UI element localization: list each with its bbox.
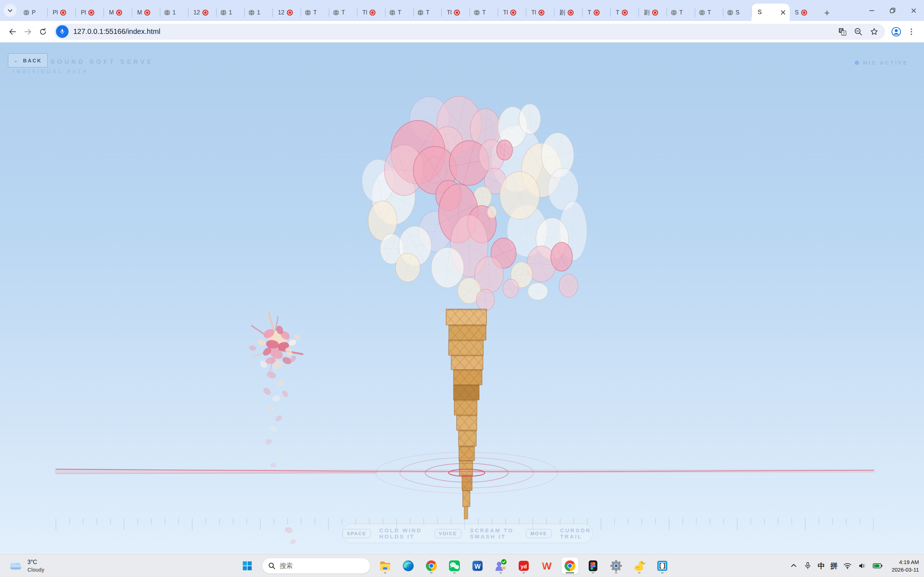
site-mic-permission-indicator[interactable] — [56, 25, 69, 38]
hint-key-badge: MOVE — [526, 529, 551, 538]
taskbar-app-chrome[interactable] — [423, 558, 439, 574]
chrome-icon — [563, 559, 577, 573]
globe-favicon-icon — [220, 9, 227, 16]
taskbar-app-chrome-active[interactable] — [562, 558, 578, 574]
mic-active-status: MIC ACTIVE — [855, 60, 908, 66]
translate-icon[interactable]: G文 — [838, 27, 847, 36]
browser-tab[interactable]: 剧 — [554, 4, 583, 21]
battery-status-button[interactable] — [872, 561, 883, 571]
volume-button[interactable] — [858, 561, 867, 571]
windows-logo-icon — [241, 559, 254, 573]
window-controls — [861, 0, 924, 21]
browser-tab[interactable]: 12 — [188, 4, 216, 21]
window-minimize-button[interactable] — [861, 0, 882, 21]
tab-close-icon[interactable] — [781, 10, 785, 15]
tray-microphone-button[interactable] — [803, 561, 812, 570]
weather-condition: Cloudy — [27, 566, 44, 574]
taskbar-app-wps[interactable]: W — [538, 558, 555, 574]
taskbar-app-file-explorer[interactable] — [377, 558, 393, 574]
taskbar-app-figma[interactable] — [585, 558, 601, 574]
browser-tab[interactable]: T — [386, 4, 414, 21]
browser-tab[interactable]: 12 — [273, 4, 301, 21]
record-favicon-icon — [621, 9, 628, 16]
zoom-out-icon[interactable] — [854, 27, 863, 36]
soft-serve-3d-scene-canvas[interactable] — [0, 43, 924, 554]
windows-taskbar: 3°C Cloudy 搜索 WJYydW 中 — [0, 554, 924, 577]
back-button-label: BACK — [23, 58, 42, 63]
taskbar-app-youdao[interactable]: yd — [515, 558, 532, 574]
back-arrow-icon: ← — [14, 58, 20, 63]
profile-avatar-button[interactable] — [888, 24, 904, 39]
url-text[interactable]: 127.0.0.1:55166/index.html — [73, 27, 838, 36]
weather-widget[interactable]: 3°C Cloudy — [8, 556, 44, 575]
browser-tab[interactable]: T — [695, 4, 723, 21]
browser-tab[interactable]: T — [414, 4, 442, 21]
browser-tab[interactable]: T — [611, 4, 639, 21]
new-tab-button[interactable]: + — [821, 6, 833, 19]
window-restore-button[interactable] — [882, 0, 903, 21]
window-close-button[interactable] — [903, 0, 924, 21]
chevron-down-icon — [7, 8, 13, 13]
reload-button[interactable] — [36, 24, 50, 39]
browser-tab[interactable]: T — [329, 4, 357, 21]
browser-tab-active[interactable]: S — [751, 3, 790, 21]
browser-tab[interactable]: P — [19, 4, 48, 21]
browser-tab[interactable]: M — [104, 4, 132, 21]
bookmark-star-icon[interactable] — [870, 27, 879, 36]
start-button[interactable] — [239, 558, 255, 574]
browser-tab[interactable]: 剧 — [639, 4, 667, 21]
browser-tab[interactable]: 1 — [245, 4, 273, 21]
forward-nav-button[interactable] — [20, 24, 36, 39]
taskbar-app-teams[interactable]: JY — [492, 558, 509, 574]
browser-tab[interactable]: Tl — [498, 4, 526, 21]
back-nav-button[interactable] — [5, 24, 20, 39]
edge-icon — [401, 559, 415, 573]
page-back-button[interactable]: ← BACK — [8, 53, 48, 68]
browser-tab[interactable]: S — [790, 4, 818, 21]
globe-favicon-icon — [389, 9, 396, 16]
browser-tab[interactable]: Tl — [357, 4, 386, 21]
taskbar-app-wechat[interactable] — [446, 558, 463, 574]
browser-menu-button[interactable] — [904, 24, 919, 39]
hint-label: SCREAM TO SMASH IT — [470, 527, 517, 540]
microphone-icon — [803, 561, 812, 570]
tray-overflow-chevron-button[interactable] — [789, 561, 798, 570]
browser-tab[interactable]: 1 — [160, 4, 188, 21]
browser-tab[interactable]: S — [723, 4, 751, 21]
browser-tab[interactable]: Tl — [442, 4, 470, 21]
browser-tab[interactable]: T — [583, 4, 611, 21]
system-tray: 中 拼 4:19 AM 2026-03-11 — [789, 554, 919, 577]
browser-tab-strip: PPlPlMM1121112TTTlTTTlTTlTl剧TT剧TTSSS+ — [0, 0, 924, 21]
browser-tab[interactable]: 1 — [216, 4, 245, 21]
wifi-status-button[interactable] — [843, 561, 852, 571]
tab-search-chevron-button[interactable] — [3, 4, 16, 17]
record-favicon-icon — [286, 9, 294, 16]
minimize-icon — [869, 8, 874, 13]
mic-active-label: MIC ACTIVE — [863, 60, 908, 66]
chevron-up-icon — [789, 561, 798, 570]
taskbar-clock[interactable]: 4:19 AM 2026-03-11 — [892, 558, 919, 574]
record-favicon-icon — [369, 9, 376, 16]
taskbar-app-brackets[interactable] — [654, 558, 670, 574]
address-bar[interactable]: 127.0.0.1:55166/index.html G文 — [54, 24, 885, 40]
ime-mode-button[interactable]: 拼 — [830, 561, 837, 571]
browser-tab[interactable]: T — [470, 4, 498, 21]
taskbar-search-box[interactable]: 搜索 — [262, 558, 370, 574]
taskbar-app-settings[interactable] — [608, 558, 624, 574]
browser-tab[interactable]: T — [667, 4, 695, 21]
browser-tab[interactable]: Pl — [48, 4, 76, 21]
word-icon: W — [470, 559, 485, 573]
browser-tab[interactable]: Pl — [76, 4, 104, 21]
record-favicon-icon — [538, 9, 545, 16]
desktop-screen: PPlPlMM1121112TTTlTTTlTTlTl剧TT剧TTSSS+ — [0, 0, 924, 577]
taskbar-app-word[interactable]: W — [469, 558, 486, 574]
browser-tab[interactable]: M — [132, 4, 160, 21]
ime-language-button[interactable]: 中 — [817, 561, 825, 571]
settings-gear-icon — [609, 559, 624, 573]
taskbar-app-edge[interactable] — [400, 558, 417, 574]
taskbar-app-duck[interactable] — [631, 558, 648, 574]
browser-tab[interactable]: T — [301, 4, 329, 21]
browser-tab[interactable]: Tl — [526, 4, 554, 21]
clock-date: 2026-03-11 — [892, 566, 919, 574]
avatar-icon — [891, 27, 901, 37]
